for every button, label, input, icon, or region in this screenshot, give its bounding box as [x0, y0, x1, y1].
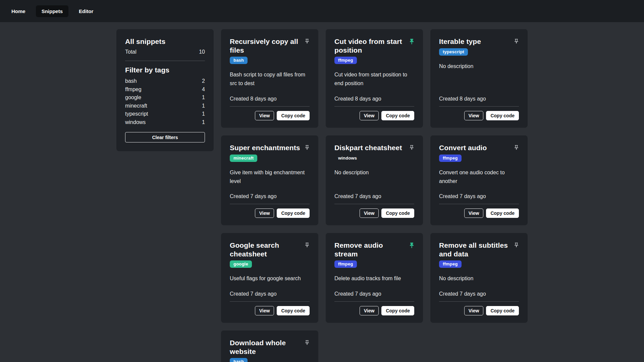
- copy-code-button[interactable]: Copy code: [381, 111, 414, 120]
- snippet-title: Cut video from start position: [334, 37, 407, 54]
- snippet-title: Remove audio stream: [334, 241, 407, 258]
- card-header: Diskpart cheatsheet: [334, 143, 414, 152]
- clear-filters-button[interactable]: Clear filters: [125, 132, 205, 142]
- view-button[interactable]: View: [360, 111, 379, 120]
- snippet-description: Bash script to copy all files from src t…: [230, 70, 310, 88]
- view-button[interactable]: View: [255, 208, 274, 218]
- copy-code-button[interactable]: Copy code: [277, 208, 310, 218]
- tag-count: 4: [202, 85, 205, 94]
- pin-icon[interactable]: [305, 340, 310, 346]
- tag-badge-ffmpeg: ffmpeg: [439, 260, 462, 268]
- tag-filter-ffmpeg[interactable]: ffmpeg4: [125, 85, 205, 94]
- tag-count: 1: [202, 110, 205, 118]
- tag-name: minecraft: [125, 102, 147, 110]
- tag-badges: typescript: [439, 48, 519, 56]
- pin-icon[interactable]: [409, 39, 414, 45]
- tag-filter-google[interactable]: google1: [125, 94, 205, 102]
- snippet-description: Useful flags for google search: [230, 274, 310, 283]
- nav-item-home[interactable]: Home: [6, 5, 31, 17]
- view-button[interactable]: View: [255, 111, 274, 120]
- copy-code-button[interactable]: Copy code: [486, 306, 519, 315]
- view-button[interactable]: View: [464, 208, 484, 218]
- tag-filter-list: bash2ffmpeg4google1minecraft1typescript1…: [125, 77, 205, 126]
- created-date: Created 8 days ago: [230, 96, 310, 106]
- created-date: Created 8 days ago: [439, 96, 519, 106]
- snippet-grid: Recursively copy all files: [221, 29, 528, 362]
- copy-code-button[interactable]: Copy code: [277, 306, 310, 315]
- snippet-title: Convert audio: [439, 143, 487, 152]
- nav-items: HomeSnippetsEditor: [6, 5, 99, 17]
- tag-name: windows: [125, 118, 146, 127]
- created-date: Created 7 days ago: [230, 291, 310, 301]
- tag-filter-windows[interactable]: windows1: [125, 118, 205, 127]
- copy-code-button[interactable]: Copy code: [381, 306, 414, 315]
- total-value: 10: [199, 49, 205, 55]
- created-date: Created 7 days ago: [334, 291, 414, 301]
- snippet-title: Download whole website: [230, 339, 302, 356]
- view-button[interactable]: View: [360, 208, 379, 218]
- copy-code-button[interactable]: Copy code: [277, 111, 310, 120]
- pin-icon[interactable]: [305, 39, 310, 45]
- pin-icon[interactable]: [514, 145, 519, 151]
- copy-code-button[interactable]: Copy code: [486, 208, 519, 218]
- tag-badges: minecraft: [230, 155, 310, 162]
- tag-badge-ffmpeg: ffmpeg: [334, 57, 357, 64]
- nav-item-snippets[interactable]: Snippets: [36, 5, 68, 17]
- snippet-title: Remove all subtitles and data: [439, 241, 511, 258]
- copy-code-button[interactable]: Copy code: [486, 111, 519, 120]
- card-footer: View Copy code: [230, 107, 310, 120]
- card-footer: View Copy code: [334, 107, 414, 120]
- navbar: HomeSnippetsEditor: [0, 0, 644, 22]
- tag-badges: bash: [230, 57, 310, 64]
- tag-badge-typescript: typescript: [439, 48, 468, 56]
- snippet-card: Super enchantments: [221, 135, 318, 225]
- card-footer: View Copy code: [230, 204, 310, 218]
- snippet-description: Convert one audio codec to another: [439, 168, 519, 186]
- tag-badges: google: [230, 260, 310, 268]
- card-footer: View Copy code: [439, 302, 519, 315]
- snippet-card: Google search cheatsheet: [221, 233, 318, 323]
- snippet-title: Diskpart cheatsheet: [334, 143, 402, 152]
- view-button[interactable]: View: [464, 111, 484, 120]
- snippet-card: Remove audio stream: [326, 233, 423, 323]
- snippet-card: Remove all subtitles and data: [430, 233, 528, 323]
- card-footer: View Copy code: [230, 302, 310, 315]
- sidebar-divider: [125, 61, 205, 61]
- copy-code-button[interactable]: Copy code: [381, 208, 414, 218]
- card-header: Convert audio: [439, 143, 519, 152]
- pin-icon[interactable]: [514, 39, 519, 45]
- snippet-title: Google search cheatsheet: [230, 241, 302, 258]
- tag-filter-bash[interactable]: bash2: [125, 77, 205, 85]
- pin-icon[interactable]: [514, 242, 519, 249]
- snippet-card: Convert audio: [430, 135, 528, 225]
- created-date: Created 7 days ago: [230, 193, 310, 204]
- card-footer: View Copy code: [439, 204, 519, 218]
- tag-filter-typescript[interactable]: typescript1: [125, 110, 205, 118]
- view-button[interactable]: View: [255, 306, 274, 315]
- snippet-description: No description: [439, 274, 519, 283]
- tag-badge-minecraft: minecraft: [230, 155, 257, 162]
- card-header: Cut video from start position: [334, 37, 414, 54]
- card-header: Google search cheatsheet: [230, 241, 310, 258]
- card-header: Remove all subtitles and data: [439, 241, 519, 258]
- tag-badge-google: google: [230, 260, 252, 268]
- pin-icon[interactable]: [409, 145, 414, 151]
- pin-icon[interactable]: [305, 145, 310, 151]
- view-button[interactable]: View: [464, 306, 484, 315]
- snippet-card: Iterable type: [430, 29, 528, 128]
- created-date: Created 7 days ago: [334, 193, 414, 204]
- nav-item-editor[interactable]: Editor: [73, 5, 99, 17]
- tag-badges: ffmpeg: [439, 155, 519, 162]
- snippet-title: Super enchantments: [230, 143, 300, 152]
- pin-icon[interactable]: [409, 242, 414, 249]
- snippet-description: No description: [334, 168, 414, 177]
- view-button[interactable]: View: [360, 306, 379, 315]
- tag-filter-minecraft[interactable]: minecraft1: [125, 102, 205, 110]
- snippet-description: No description: [439, 62, 519, 71]
- tag-badge-bash: bash: [230, 358, 248, 362]
- snippet-title: Recursively copy all files: [230, 37, 302, 54]
- tag-name: typescript: [125, 110, 148, 118]
- total-label: Total: [125, 49, 137, 55]
- pin-icon[interactable]: [305, 242, 310, 249]
- sidebar-panel: All snippets Total 10 Filter by tags bas…: [116, 29, 214, 151]
